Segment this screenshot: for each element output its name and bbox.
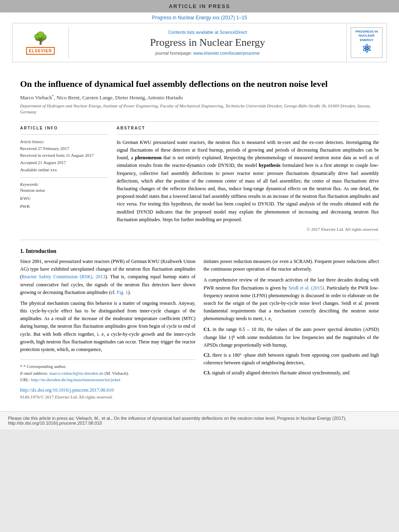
footnote-corresponding: * * Corresponding author. bbox=[20, 363, 195, 370]
footnote-url: URL: http://tu-dresden.de/ing/maschinenw… bbox=[20, 376, 195, 383]
header-right: PROGRESS IN NUCLEAR ENERGY ⚛ bbox=[346, 23, 387, 62]
accepted-date: Accepted 21 August 2017 bbox=[20, 159, 109, 166]
journal-ref-text: Progress in Nuclear Energy xxx (2017) 1–… bbox=[152, 15, 247, 21]
article-info-col: ARTICLE INFO Article history: Received 2… bbox=[20, 126, 109, 232]
history-label: Article history: bbox=[20, 139, 109, 145]
section1-heading: 1. Introduction bbox=[20, 248, 379, 255]
divider-1 bbox=[20, 121, 379, 122]
article-title: On the influence of dynamical fuel assem… bbox=[20, 78, 379, 90]
journal-ref: Progress in Nuclear Energy xxx (2017) 1–… bbox=[0, 12, 399, 23]
url-link[interactable]: http://tu-dresden.de/ing/maschinenwesen/… bbox=[31, 377, 120, 382]
divider-abstract bbox=[117, 134, 379, 135]
footnote-section: * * Corresponding author. E-mail address… bbox=[20, 359, 195, 383]
divider-info bbox=[20, 134, 109, 135]
citation-prefix: Please cite this article in press as: Vi… bbox=[8, 416, 346, 421]
elsevier-logo: ELSEVIER bbox=[26, 47, 55, 55]
article-in-press-banner: ARTICLE IN PRESS bbox=[0, 0, 399, 12]
email-link[interactable]: marco.viebach@tu-dresden.de bbox=[49, 371, 103, 376]
article-info-label: ARTICLE INFO bbox=[20, 126, 109, 130]
keyword-2: KWU bbox=[20, 195, 109, 203]
banner-text: ARTICLE IN PRESS bbox=[169, 3, 230, 9]
abstract-label: ABSTRACT bbox=[117, 126, 379, 130]
body-right-col: initiates power reduction measures (or e… bbox=[204, 258, 379, 399]
available-date: Available online xxx bbox=[20, 166, 109, 174]
homepage-url[interactable]: www.elsevier.com/locate/pnucene bbox=[193, 51, 260, 55]
footnote-star: * bbox=[20, 364, 23, 369]
article-info-table: Article history: Received 27 February 20… bbox=[20, 139, 109, 173]
keyword-1: Neutron noise bbox=[20, 187, 109, 195]
c1-label: C1. bbox=[204, 327, 211, 332]
keywords-title: Keywords: bbox=[20, 182, 109, 187]
content-area: On the influence of dynamical fuel assem… bbox=[0, 62, 399, 240]
ref-rsk-link[interactable]: Reactor Safety Commission (RSK), 2013 bbox=[22, 274, 105, 279]
issn-text: 0149-1970/© 2017 Elsevier Ltd. All right… bbox=[20, 394, 195, 399]
url-label: URL: bbox=[20, 377, 30, 382]
body-para-r1: initiates power reduction measures (or e… bbox=[204, 258, 379, 273]
header-center: Contents lists available at ScienceDirec… bbox=[69, 26, 346, 60]
fig1-link[interactable]: Fig. 1 bbox=[117, 290, 128, 295]
citation-doi: http://dx.doi.org/10.1016/j.pnucene.2017… bbox=[8, 421, 102, 425]
journal-title: Progress in Nuclear Energy bbox=[73, 37, 342, 49]
c2-label: C2. bbox=[204, 352, 211, 358]
info-abstract-cols: ARTICLE INFO Article history: Received 2… bbox=[20, 126, 379, 232]
doi-section: http://dx.doi.org/10.1016/j.pnucene.2017… bbox=[20, 387, 195, 399]
keyword-3: PWR bbox=[20, 203, 109, 211]
keywords-list: Neutron noise KWU PWR bbox=[20, 187, 109, 210]
c3-label: C3. bbox=[204, 370, 211, 376]
footnote-email: E-mail address: marco.viebach@tu-dresden… bbox=[20, 370, 195, 377]
c3-item: C3. signals of axially aligned detectors… bbox=[204, 369, 379, 377]
c2-item: C2. there is a 180° -phase shift between… bbox=[204, 351, 379, 367]
science-direct-link[interactable]: ScienceDirect bbox=[220, 30, 247, 35]
doi-link[interactable]: http://dx.doi.org/10.1016/j.pnucene.2017… bbox=[20, 387, 195, 393]
header-box: 🌳 ELSEVIER Contents lists available at S… bbox=[12, 23, 387, 62]
abstract-paragraph: In German KWU pressurized water reactors… bbox=[117, 140, 379, 222]
authors: Marco Viebach*, Nico Bernt, Carsten Lang… bbox=[20, 94, 379, 101]
body-para-r2: A comprehensive review of the research a… bbox=[204, 276, 379, 322]
citation-bar: Please cite this article in press as: Vi… bbox=[0, 411, 399, 429]
body-two-col: Since 2001, several pressurized water re… bbox=[20, 258, 379, 399]
received-revised: Received in revised form 11 August 2017 bbox=[20, 152, 109, 159]
contents-label: Contents lists available at ScienceDirec… bbox=[73, 30, 342, 35]
header-left: 🌳 ELSEVIER bbox=[12, 27, 69, 59]
journal-logo-box: PROGRESS IN NUCLEAR ENERGY ⚛ bbox=[351, 27, 383, 58]
received-date: Received 27 February 2017 bbox=[20, 145, 109, 152]
journal-homepage: journal homepage: www.elsevier.com/locat… bbox=[73, 51, 342, 55]
body-left-col: Since 2001, several pressurized water re… bbox=[20, 258, 195, 399]
c1-item: C1. in the range 0.5 – 10 Hz, the values… bbox=[204, 326, 379, 349]
tree-icon: 🌳 bbox=[33, 31, 48, 45]
ref-seidl-link[interactable]: Seidl et al. (2015) bbox=[288, 285, 324, 291]
journal-logo-text: PROGRESS IN NUCLEAR ENERGY bbox=[353, 30, 380, 42]
affiliation: Department of Hydrogen and Nuclear Energ… bbox=[20, 103, 379, 115]
body-para-2: The physical mechanism causing this beha… bbox=[20, 300, 195, 353]
abstract-col: ABSTRACT In German KWU pressurized water… bbox=[117, 126, 379, 232]
body-para-1: Since 2001, several pressurized water re… bbox=[20, 258, 195, 296]
main-body: 1. Introduction Since 2001, several pres… bbox=[0, 240, 399, 407]
page-wrapper: ARTICLE IN PRESS Progress in Nuclear Ene… bbox=[0, 0, 399, 429]
email-name: (M. Viebach). bbox=[105, 371, 129, 376]
authors-text: Marco Viebach*, Nico Bernt, Carsten Lang… bbox=[20, 94, 183, 101]
keywords-section: Keywords: Neutron noise KWU PWR bbox=[20, 177, 109, 210]
abstract-text: In German KWU pressurized water reactors… bbox=[117, 139, 379, 224]
atom-icon: ⚛ bbox=[353, 42, 380, 55]
copyright: © 2017 Elsevier Ltd. All rights reserved… bbox=[117, 227, 379, 232]
